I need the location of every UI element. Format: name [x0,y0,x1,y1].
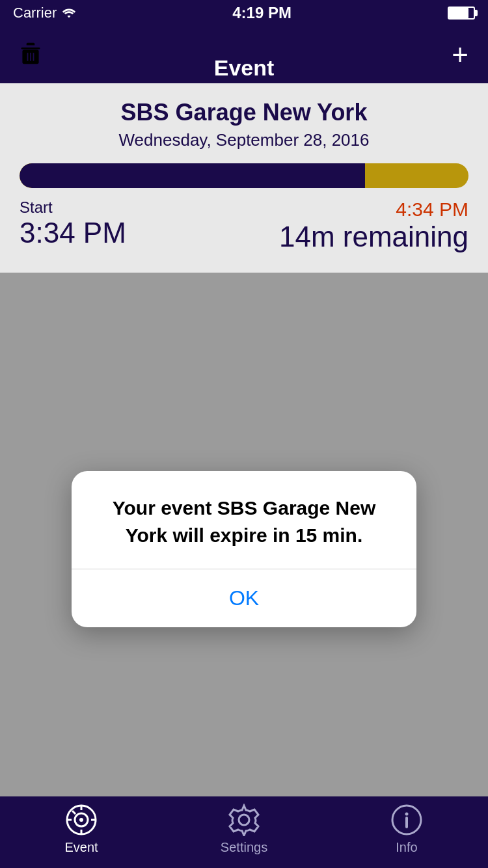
event-title: SBS Garage New York [20,99,468,126]
trash-button[interactable] [20,42,42,68]
start-time: 3:34 PM [20,217,126,249]
nav-bar: Event + [0,26,488,83]
alert-ok-button[interactable]: OK [72,569,416,627]
tab-info[interactable]: Info [325,804,488,855]
svg-point-12 [79,818,83,822]
tab-settings[interactable]: Settings [163,804,325,855]
trash-icon [20,42,42,65]
settings-tab-label: Settings [221,840,267,855]
event-date: Wednesday, September 28, 2016 [20,130,468,150]
content-area: Your event SBS Garage New York will expi… [0,273,488,868]
add-button[interactable]: + [452,40,468,69]
remaining-time: 14m remaining [279,221,468,253]
svg-rect-0 [21,47,40,49]
battery-icon [448,7,475,20]
progress-bar [20,163,468,188]
wifi-icon [62,8,76,18]
svg-point-13 [239,815,249,825]
alert-overlay: Your event SBS Garage New York will expi… [0,273,488,868]
info-tab-icon [390,804,423,836]
status-bar: Carrier 4:19 PM [0,0,488,26]
info-tab-label: Info [396,840,417,855]
end-time: 4:34 PM [279,198,468,221]
event-tab-icon [65,804,98,836]
start-label: Start [20,198,126,217]
event-tab-label: Event [64,840,98,855]
alert-message: Your event SBS Garage New York will expi… [72,471,416,569]
status-time: 4:19 PM [232,4,291,22]
tab-event[interactable]: Event [0,804,163,855]
svg-line-11 [72,811,75,814]
progress-fill [20,163,365,188]
time-info: Start 3:34 PM 4:34 PM 14m remaining [20,198,468,253]
end-time-group: 4:34 PM 14m remaining [279,198,468,253]
tab-bar: Event Settings Info [0,796,488,868]
nav-title: Event [214,55,275,81]
carrier-text: Carrier [13,5,76,21]
settings-tab-icon [228,804,260,836]
event-card: SBS Garage New York Wednesday, September… [0,83,488,273]
start-time-group: Start 3:34 PM [20,198,126,249]
alert-dialog: Your event SBS Garage New York will expi… [72,471,416,627]
svg-point-15 [405,812,409,815]
